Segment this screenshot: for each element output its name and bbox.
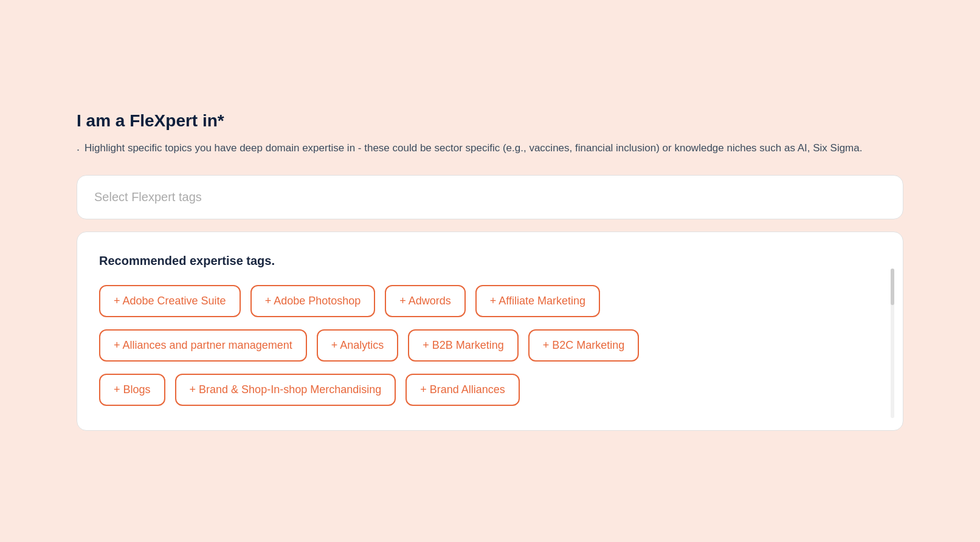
tags-row-1: + Adobe Creative Suite + Adobe Photoshop… [99, 285, 881, 317]
tag-analytics[interactable]: + Analytics [317, 329, 399, 362]
tag-adobe-photoshop[interactable]: + Adobe Photoshop [250, 285, 376, 317]
tags-container: Recommended expertise tags. + Adobe Crea… [77, 232, 903, 431]
section-title: I am a FleXpert in* [77, 111, 903, 131]
search-placeholder: Select Flexpert tags [94, 190, 202, 204]
hint-text: Highlight specific topics you have deep … [85, 140, 862, 156]
scrollbar-track [891, 269, 894, 418]
section-hint: · Highlight specific topics you have dee… [77, 140, 903, 158]
tags-row-2: + Alliances and partner management + Ana… [99, 329, 881, 362]
tag-affiliate-marketing[interactable]: + Affiliate Marketing [475, 285, 600, 317]
search-box[interactable]: Select Flexpert tags [77, 175, 903, 219]
tags-rows: + Adobe Creative Suite + Adobe Photoshop… [99, 285, 881, 406]
tag-adobe-creative-suite[interactable]: + Adobe Creative Suite [99, 285, 241, 317]
tag-brand-alliances[interactable]: + Brand Alliances [405, 374, 520, 406]
tag-adwords[interactable]: + Adwords [385, 285, 466, 317]
tag-b2c-marketing[interactable]: + B2C Marketing [528, 329, 640, 362]
main-container: I am a FleXpert in* · Highlight specific… [40, 87, 940, 455]
hint-bullet: · [77, 142, 80, 158]
tag-brand-shop-merchandising[interactable]: + Brand & Shop-In-shop Merchandising [175, 374, 396, 406]
tag-b2b-marketing[interactable]: + B2B Marketing [408, 329, 519, 362]
tags-heading: Recommended expertise tags. [99, 254, 881, 268]
tag-blogs[interactable]: + Blogs [99, 374, 165, 406]
scrollbar-thumb[interactable] [891, 269, 894, 305]
tags-row-3: + Blogs + Brand & Shop-In-shop Merchandi… [99, 374, 881, 406]
tag-alliances-partner-management[interactable]: + Alliances and partner management [99, 329, 307, 362]
